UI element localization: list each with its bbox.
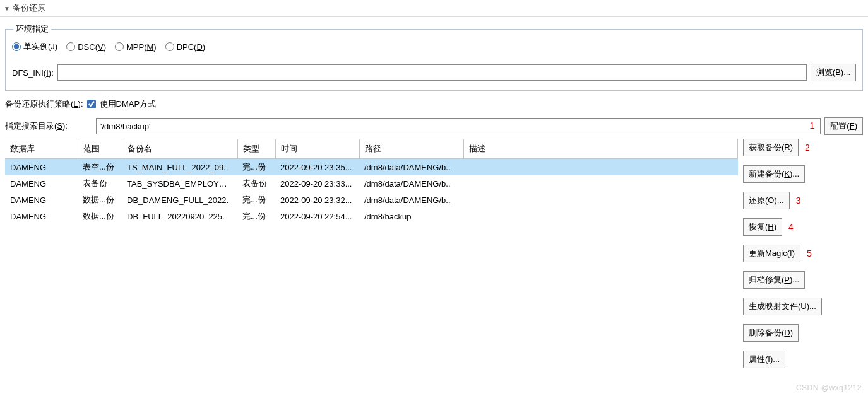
backup-table-wrap: 数据库 范围 备份名 类型 时间 路径 描述 DAMENG表空...份TS_MA…: [5, 139, 738, 224]
env-radio-row: 单实例(J) DSC(V) MPP(M) DPC(D): [12, 41, 856, 52]
cell-scope: 表备份: [78, 175, 122, 192]
cell-scope: 数据...份: [78, 192, 122, 208]
env-settings-group: 环境指定 单实例(J) DSC(V) MPP(M) DPC(D) DFS_INI…: [5, 23, 863, 91]
cell-type: 表备份: [237, 175, 275, 192]
cell-scope: 表空...份: [78, 159, 122, 176]
radio-dpc-input[interactable]: [165, 42, 174, 51]
table-row[interactable]: DAMENG表备份TAB_SYSDBA_EMPLOYEE_表备份2022-09-…: [5, 175, 738, 192]
cell-name: DB_DAMENG_FULL_2022.: [122, 192, 237, 208]
th-desc[interactable]: 描述: [463, 139, 738, 159]
restore-button[interactable]: 还原(O)...: [743, 192, 790, 209]
update-magic-button[interactable]: 更新Magic(I): [743, 245, 800, 262]
gen-map-file-button[interactable]: 生成映射文件(U)...: [743, 298, 822, 315]
dfs-ini-label: DFS_INI(I):: [12, 68, 54, 78]
cell-name: TS_MAIN_FULL_2022_09..: [122, 159, 237, 176]
cell-desc: [463, 159, 738, 176]
cell-time: 2022-09-20 23:35...: [275, 159, 359, 176]
config-button[interactable]: 配置(F): [824, 117, 863, 135]
cell-db: DAMENG: [5, 175, 78, 192]
radio-mpp-input[interactable]: [115, 42, 124, 51]
cell-name: DB_FULL_20220920_225.: [122, 208, 237, 224]
cell-path: /dm8/data/DAMENG/b..: [359, 175, 463, 192]
cell-desc: [463, 192, 738, 208]
cell-db: DAMENG: [5, 159, 78, 176]
panel-header[interactable]: ▼ 备份还原: [0, 0, 868, 17]
search-dir-input[interactable]: [96, 118, 821, 134]
recover-button[interactable]: 恢复(H): [743, 218, 782, 236]
dfs-ini-row: DFS_INI(I): 浏览(B)...: [12, 64, 856, 81]
cell-time: 2022-09-20 23:32...: [275, 192, 359, 208]
cell-type: 完...份: [237, 159, 275, 176]
th-name[interactable]: 备份名: [122, 139, 237, 159]
cell-name: TAB_SYSDBA_EMPLOYEE_: [122, 175, 237, 192]
cell-type: 完...份: [237, 192, 275, 208]
annotation-4: 4: [788, 222, 799, 232]
cell-path: /dm8/data/DAMENG/b..: [359, 192, 463, 208]
env-legend: 环境指定: [13, 23, 51, 35]
cell-desc: [463, 175, 738, 192]
collapse-icon[interactable]: ▼: [4, 5, 10, 12]
table-row[interactable]: DAMENG数据...份DB_FULL_20220920_225.完...份20…: [5, 208, 738, 224]
main-area: 数据库 范围 备份名 类型 时间 路径 描述 DAMENG表空...份TS_MA…: [0, 139, 868, 368]
cell-type: 完...份: [237, 208, 275, 224]
side-button-column: 获取备份(R) 2 新建备份(K)... 还原(O)... 3 恢复(H) 4 …: [743, 139, 863, 368]
cell-time: 2022-09-20 22:54...: [275, 208, 359, 224]
th-db[interactable]: 数据库: [5, 139, 78, 159]
dmap-checkbox[interactable]: [87, 100, 96, 108]
policy-label: 备份还原执行策略(L):: [5, 98, 83, 110]
panel-title: 备份还原: [13, 3, 45, 14]
radio-dpc[interactable]: DPC(D): [165, 42, 206, 52]
search-dir-label: 指定搜索目录(S):: [5, 120, 92, 132]
new-backup-button[interactable]: 新建备份(K)...: [743, 165, 805, 183]
table-row[interactable]: DAMENG数据...份DB_DAMENG_FULL_2022.完...份202…: [5, 192, 738, 208]
cell-db: DAMENG: [5, 192, 78, 208]
cell-path: /dm8/backup: [359, 208, 463, 224]
dmap-checkbox-label: 使用DMAP方式: [100, 98, 157, 110]
search-dir-row: 指定搜索目录(S): 1 配置(F): [0, 114, 868, 139]
th-scope[interactable]: 范围: [78, 139, 122, 159]
th-path[interactable]: 路径: [359, 139, 463, 159]
annotation-2: 2: [805, 143, 815, 153]
th-time[interactable]: 时间: [275, 139, 359, 159]
annotation-3: 3: [796, 195, 806, 206]
radio-mpp[interactable]: MPP(M): [115, 42, 157, 52]
radio-dsc[interactable]: DSC(V): [66, 42, 106, 52]
dfs-ini-input[interactable]: [57, 64, 807, 81]
browse-button[interactable]: 浏览(B)...: [811, 64, 856, 81]
th-type[interactable]: 类型: [237, 139, 275, 159]
cell-scope: 数据...份: [78, 208, 122, 224]
get-backup-button[interactable]: 获取备份(R): [743, 139, 799, 156]
table-header-row: 数据库 范围 备份名 类型 时间 路径 描述: [5, 139, 738, 159]
delete-backup-button[interactable]: 删除备份(D): [743, 324, 799, 342]
radio-dsc-input[interactable]: [66, 42, 75, 51]
radio-single-instance[interactable]: 单实例(J): [12, 41, 57, 52]
properties-button[interactable]: 属性(I)...: [743, 351, 785, 368]
cell-path: /dm8/data/DAMENG/b..: [359, 159, 463, 176]
cell-time: 2022-09-20 23:33...: [275, 175, 359, 192]
annotation-5: 5: [807, 248, 817, 259]
table-row[interactable]: DAMENG表空...份TS_MAIN_FULL_2022_09..完...份2…: [5, 159, 738, 176]
cell-desc: [463, 208, 738, 224]
policy-row: 备份还原执行策略(L): 使用DMAP方式: [0, 95, 868, 114]
radio-single-input[interactable]: [12, 42, 21, 51]
cell-db: DAMENG: [5, 208, 78, 224]
archive-repair-button[interactable]: 归档修复(P)...: [743, 271, 805, 289]
backup-table: 数据库 范围 备份名 类型 时间 路径 描述 DAMENG表空...份TS_MA…: [5, 139, 738, 224]
